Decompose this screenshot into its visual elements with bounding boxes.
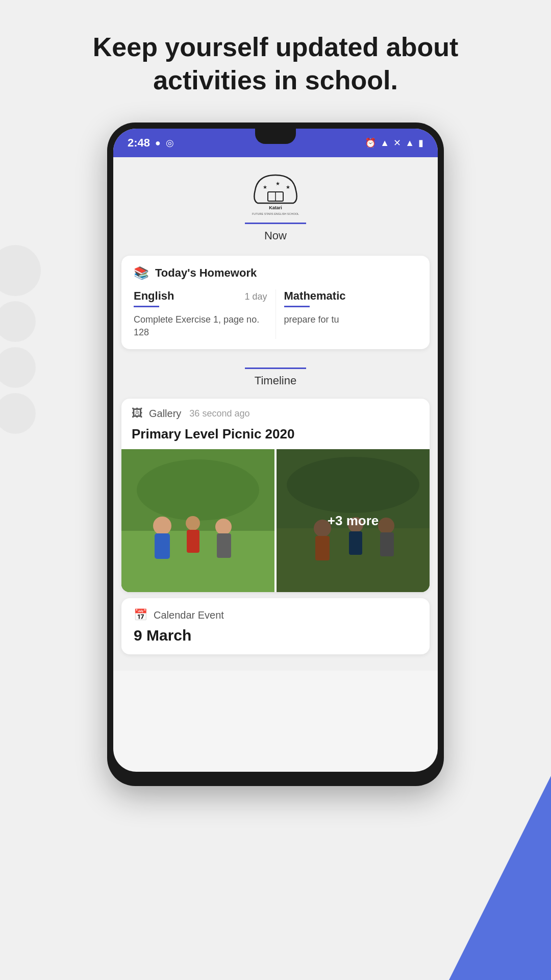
school-logo: ★ ★ ★ Katari FUTURE STARS ENGLISH SCHOOL	[247, 173, 304, 218]
status-icon-x: ✕	[393, 137, 401, 149]
logo-svg: ★ ★ ★ Katari FUTURE STARS ENGLISH SCHOOL	[247, 173, 304, 218]
svg-text:★: ★	[276, 181, 280, 186]
gallery-type: Gallery	[149, 408, 181, 420]
hw-english-underline	[134, 306, 159, 307]
homework-card-title: Today's Homework	[155, 266, 257, 280]
gallery-icon: 🖼	[132, 407, 143, 420]
timeline-underline	[245, 368, 306, 369]
svg-rect-15	[217, 533, 231, 558]
status-icon-signal: ▲	[405, 138, 414, 149]
svg-text:★: ★	[263, 184, 267, 190]
hw-english-subject: English	[134, 289, 174, 303]
status-icon-whatsapp: ◎	[166, 137, 174, 149]
gallery-image-1[interactable]	[121, 449, 274, 592]
phone-screen: 2:48 ● ◎ ⏰ ▲ ✕ ▲ ▮	[113, 129, 438, 772]
homework-item-english: English 1 day Complete Exercise 1, page …	[134, 289, 276, 339]
timeline-label[interactable]: Timeline	[255, 374, 296, 387]
notch	[255, 129, 296, 144]
more-count-text: +3 more	[328, 513, 379, 529]
logo-section: ★ ★ ★ Katari FUTURE STARS ENGLISH SCHOOL	[113, 157, 438, 248]
phone-frame: 2:48 ● ◎ ⏰ ▲ ✕ ▲ ▮	[107, 122, 444, 786]
app-content: ★ ★ ★ Katari FUTURE STARS ENGLISH SCHOOL	[113, 157, 438, 671]
status-right-icons: ⏰ ▲ ✕ ▲ ▮	[365, 137, 423, 149]
homework-icon: 📚	[134, 266, 149, 280]
svg-text:FUTURE STARS ENGLISH SCHOOL: FUTURE STARS ENGLISH SCHOOL	[252, 212, 299, 215]
gallery-card: 🖼 Gallery 36 second ago Primary Level Pi…	[121, 399, 430, 592]
more-overlay: +3 more	[277, 449, 430, 592]
hw-math-subject-row: Mathematic	[284, 289, 418, 303]
svg-text:★: ★	[286, 184, 290, 190]
homework-card: 📚 Today's Homework English 1 day Complet…	[121, 256, 430, 349]
hw-math-subject: Mathematic	[284, 289, 346, 303]
status-time: 2:48	[128, 136, 150, 150]
calendar-event-type: Calendar Event	[154, 609, 224, 621]
hw-english-desc: Complete Exercise 1, page no. 128	[134, 313, 267, 339]
calendar-icon: 📅	[134, 608, 147, 622]
gallery-card-header: 🖼 Gallery 36 second ago	[121, 399, 430, 426]
now-tab-underline	[245, 223, 306, 224]
hw-english-days: 1 day	[244, 291, 267, 302]
bg-triangle-decoration	[449, 776, 551, 980]
gallery-images-row: +3 more	[121, 449, 430, 592]
gallery-image-2[interactable]: +3 more	[277, 449, 430, 592]
hw-math-desc: prepare for tu	[284, 313, 418, 326]
status-icon-wifi: ▲	[380, 138, 389, 149]
hw-math-underline	[284, 306, 310, 307]
status-icon-alarm: ⏰	[365, 137, 376, 149]
hero-title: Keep yourself updated about activities i…	[0, 0, 551, 117]
hw-english-subject-row: English 1 day	[134, 289, 267, 303]
gallery-post-title: Primary Level Picnic 2020	[121, 426, 430, 449]
status-icon-spotify: ●	[155, 138, 161, 149]
svg-rect-11	[155, 533, 170, 559]
status-left-icons: 2:48 ● ◎	[128, 136, 174, 150]
calendar-card: 📅 Calendar Event 9 March	[121, 598, 430, 654]
svg-point-14	[215, 519, 232, 535]
svg-point-8	[137, 459, 259, 521]
gallery-time: 36 second ago	[189, 408, 249, 419]
homework-card-header: 📚 Today's Homework	[134, 266, 417, 280]
homework-item-math: Mathematic prepare for tu	[276, 289, 418, 339]
svg-point-10	[153, 517, 171, 535]
svg-rect-13	[187, 530, 199, 553]
svg-point-12	[186, 516, 200, 530]
calendar-card-header: 📅 Calendar Event	[134, 608, 417, 622]
homework-row: English 1 day Complete Exercise 1, page …	[134, 289, 417, 339]
timeline-section: Timeline	[113, 357, 438, 393]
status-bar: 2:48 ● ◎ ⏰ ▲ ✕ ▲ ▮	[113, 129, 438, 157]
now-tab-label[interactable]: Now	[264, 229, 287, 242]
phone-wrapper: 2:48 ● ◎ ⏰ ▲ ✕ ▲ ▮	[0, 117, 551, 806]
calendar-event-date: 9 March	[134, 627, 417, 644]
status-icon-battery: ▮	[418, 137, 423, 149]
svg-text:Katari: Katari	[269, 205, 282, 210]
